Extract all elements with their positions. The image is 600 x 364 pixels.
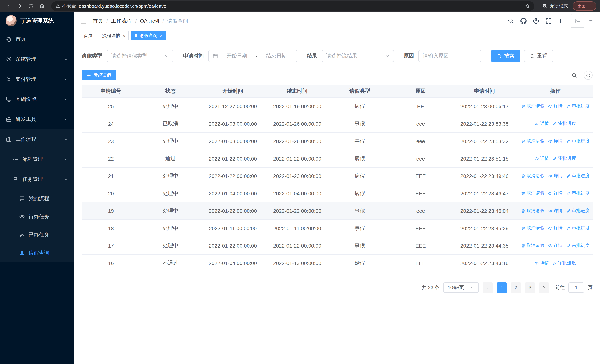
sidebar-item[interactable]: 首页 — [0, 29, 74, 49]
sidebar-item[interactable]: 研发工具 — [0, 109, 74, 129]
caret-down-icon[interactable] — [588, 18, 594, 24]
prev-page-button[interactable] — [483, 282, 493, 293]
app-logo[interactable]: 芋道管理系统 — [0, 12, 74, 29]
detail-button[interactable]: 详情 — [548, 103, 562, 109]
cell-start-time: 2022-01-22 00:00:00 — [201, 237, 265, 254]
detail-button[interactable]: 详情 — [548, 243, 562, 249]
search-button[interactable]: 搜索 — [491, 50, 520, 62]
browser-chrome: 不安全 dashboard.yudao.iocoder.cn/bpm/oa/le… — [0, 0, 600, 12]
toggle-search-icon[interactable] — [570, 71, 579, 80]
goto-page-input[interactable] — [569, 282, 584, 293]
detail-button[interactable]: 详情 — [548, 208, 562, 214]
page-number-button[interactable]: 2 — [511, 282, 521, 293]
create-leave-button[interactable]: 发起请假 — [82, 70, 116, 80]
detail-button[interactable]: 详情 — [534, 155, 549, 162]
detail-button[interactable]: 详情 — [548, 190, 562, 196]
approval-progress-button[interactable]: 审批进度 — [566, 225, 590, 231]
table-row: 24已取消2022-01-03 00:00:002022-01-26 00:00… — [82, 115, 593, 132]
search-icon[interactable] — [508, 18, 514, 24]
page-number-button[interactable]: 1 — [497, 282, 507, 293]
detail-button[interactable]: 详情 — [548, 225, 562, 231]
tab[interactable]: 请假查询× — [131, 31, 166, 40]
sidebar-item[interactable]: 系统管理 — [0, 49, 74, 69]
approval-progress-button[interactable]: 审批进度 — [553, 155, 576, 162]
cancel-leave-button[interactable]: 取消请假 — [521, 103, 544, 109]
cancel-leave-button[interactable]: 取消请假 — [521, 208, 544, 214]
approval-progress-button[interactable]: 审批进度 — [553, 260, 576, 266]
approval-progress-button[interactable]: 审批进度 — [566, 138, 590, 144]
cancel-leave-button[interactable]: 取消请假 — [521, 225, 544, 231]
detail-button[interactable]: 详情 — [534, 121, 549, 127]
security-chip[interactable]: 不安全 — [56, 3, 76, 9]
cell-apply-time: 2022-01-22 23:53:35 — [451, 115, 518, 132]
row-actions: 取消请假详情审批进度 — [518, 208, 593, 214]
detail-button[interactable]: 详情 — [534, 260, 549, 266]
close-icon[interactable]: × — [123, 34, 125, 38]
page-size-select[interactable]: 10条/页 — [443, 282, 479, 293]
cell-apply-time: 2022-01-22 23:43:16 — [451, 254, 518, 272]
breadcrumb-item[interactable]: OA 示例 — [140, 18, 159, 24]
refresh-table-icon[interactable] — [584, 71, 593, 80]
breadcrumb-item[interactable]: 工作流程 — [111, 18, 132, 24]
breadcrumb-item[interactable]: 首页 — [93, 18, 103, 24]
page-number-button[interactable]: 3 — [525, 282, 535, 293]
next-page-button[interactable] — [539, 282, 549, 293]
avatar[interactable] — [571, 14, 584, 28]
back-icon[interactable] — [4, 1, 13, 11]
table-row: 22通过2022-01-22 00:00:002022-01-22 00:00:… — [82, 150, 593, 167]
sidebar-leaf-item[interactable]: 待办任务 — [0, 208, 74, 226]
close-icon[interactable]: × — [160, 34, 162, 38]
edit-icon — [566, 104, 571, 108]
approval-progress-button[interactable]: 审批进度 — [566, 190, 590, 196]
apply-time-range-picker[interactable]: 开始日期 - 结束日期 — [208, 50, 297, 62]
approval-progress-button[interactable]: 审批进度 — [566, 103, 590, 109]
cancel-leave-button[interactable]: 取消请假 — [521, 190, 544, 196]
refresh-icon[interactable] — [26, 1, 36, 11]
browser-update-button[interactable]: 更新 — [572, 1, 596, 11]
bookmark-star-icon[interactable] — [525, 3, 530, 9]
collapse-menu-icon[interactable] — [80, 18, 87, 24]
chevron-left-icon — [486, 285, 490, 290]
reset-button[interactable]: 重置 — [524, 50, 553, 62]
tab[interactable]: 首页 — [80, 31, 96, 40]
address-bar[interactable]: 不安全 dashboard.yudao.iocoder.cn/bpm/oa/le… — [51, 1, 534, 11]
navbar-actions — [508, 14, 594, 28]
sidebar-item-label: 支付管理 — [16, 76, 60, 83]
sidebar-subitem[interactable]: 任务管理 — [0, 169, 74, 189]
cancel-leave-button[interactable]: 取消请假 — [521, 173, 544, 179]
help-icon[interactable] — [533, 18, 539, 24]
approval-progress-button[interactable]: 审批进度 — [566, 243, 590, 249]
cell-reason: EEE — [390, 185, 451, 202]
sidebar-item[interactable]: 工作流程 — [0, 129, 74, 149]
fullscreen-icon[interactable] — [545, 18, 552, 24]
result-select[interactable]: 请选择流结果 — [322, 50, 394, 62]
tab[interactable]: 流程详情× — [99, 31, 129, 40]
leave-type-select[interactable]: 请选择请假类型 — [107, 50, 173, 62]
cancel-leave-button[interactable]: 取消请假 — [521, 243, 544, 249]
fontsize-icon[interactable] — [558, 18, 564, 24]
detail-button[interactable]: 详情 — [548, 173, 562, 179]
forward-icon[interactable] — [15, 1, 24, 11]
approval-progress-button[interactable]: 审批进度 — [553, 121, 576, 127]
chevron-right-icon — [542, 285, 546, 290]
detail-button[interactable]: 详情 — [548, 138, 562, 144]
sidebar-leaf-item[interactable]: 已办任务 — [0, 226, 74, 244]
approval-progress-button[interactable]: 审批进度 — [566, 173, 590, 179]
cancel-leave-button[interactable]: 取消请假 — [521, 138, 544, 144]
sidebar-item[interactable]: 支付管理 — [0, 69, 74, 89]
sidebar-leaf-item[interactable]: 请假查询 — [0, 244, 74, 262]
cell-apply-time: 2022-01-22 23:46:04 — [451, 202, 518, 219]
sidebar-item[interactable]: 基础设施 — [0, 89, 74, 109]
edit-icon — [553, 261, 557, 265]
cell-apply-time: 2022-01-23 00:06:17 — [451, 97, 518, 115]
approval-progress-button[interactable]: 审批进度 — [566, 208, 590, 214]
sidebar-leaf-item[interactable]: 我的流程 — [0, 189, 74, 208]
gear-icon — [6, 56, 12, 62]
cell-apply-no: 18 — [82, 219, 140, 237]
home-icon[interactable] — [37, 1, 47, 11]
reason-input[interactable]: 请输入原因 — [418, 50, 481, 62]
sidebar-subitem[interactable]: 流程管理 — [0, 149, 74, 169]
github-icon[interactable] — [520, 18, 527, 24]
cell-actions: 取消请假详情审批进度 — [518, 185, 593, 202]
date-separator: - — [256, 53, 257, 59]
